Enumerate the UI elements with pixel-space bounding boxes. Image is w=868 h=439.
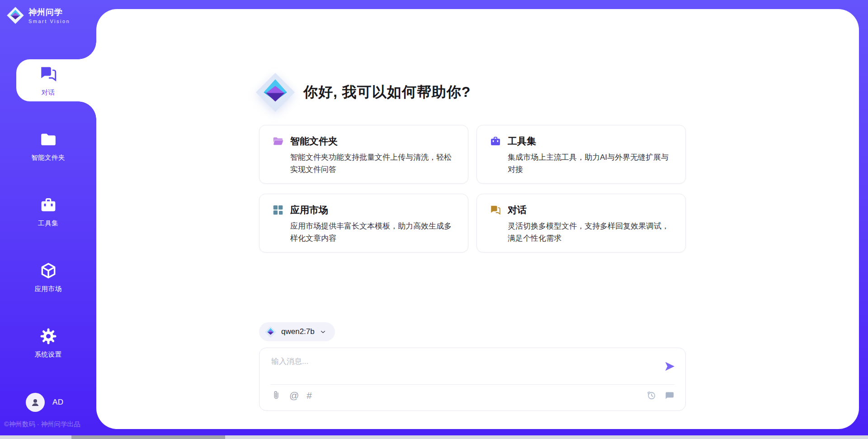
folder-icon: [39, 130, 57, 148]
sidebar-item-label: 应用市场: [35, 285, 62, 293]
avatar: [26, 393, 45, 412]
sidebar-item-label: 对话: [42, 88, 55, 97]
person-icon: [29, 396, 41, 408]
toolbox-icon: [39, 196, 57, 214]
attachment-icon[interactable]: [271, 390, 282, 401]
brand-subtitle: Smart Vision: [28, 19, 70, 24]
card-title: 应用市场: [290, 204, 328, 216]
toolbox-icon: [490, 135, 501, 147]
model-name: qwen2:7b: [281, 327, 315, 336]
card-title: 工具集: [508, 135, 536, 148]
cube-icon: [39, 262, 57, 280]
message-composer: @ #: [259, 348, 686, 411]
composer-tools-right: [646, 390, 675, 401]
card-description: 灵活切换多模型文件，支持多样回复效果调试，满足个性化需求: [490, 220, 673, 245]
composer-divider: [270, 384, 675, 385]
topic-hash-icon[interactable]: #: [307, 390, 312, 401]
brand-name: 神州问学: [28, 7, 70, 18]
sidebar-item-app-market[interactable]: 应用市场: [0, 244, 96, 310]
sidebar-item-label: 智能文件夹: [31, 153, 65, 162]
horizontal-scrollbar[interactable]: [0, 435, 868, 439]
chat-icon: [490, 204, 501, 216]
send-icon: [664, 360, 676, 372]
brand-diamond-icon: [264, 326, 277, 338]
card-title: 对话: [508, 204, 527, 216]
sidebar-nav: 对话 智能文件夹 工具集: [0, 48, 96, 376]
model-selector[interactable]: qwen2:7b: [259, 322, 335, 341]
user-initials: AD: [52, 398, 64, 407]
sidebar-item-toolset[interactable]: 工具集: [0, 179, 96, 244]
card-smart-folder[interactable]: 智能文件夹 智能文件夹功能支持批量文件上传与清洗，轻松实现文件问答: [259, 125, 468, 184]
send-button[interactable]: [664, 360, 676, 372]
composer-tools-left: @ #: [271, 390, 312, 401]
welcome-header: 你好, 我可以如何帮助你?: [255, 72, 471, 113]
sidebar-item-settings[interactable]: 系统设置: [0, 310, 96, 376]
brand-diamond-icon: [255, 72, 296, 113]
app-window: 神州问学 Smart Vision 对话 智能文件夹: [0, 0, 868, 439]
greeting-text: 你好, 我可以如何帮助你?: [303, 82, 471, 102]
active-tab-curve-top: [78, 41, 96, 59]
chevron-down-icon: [319, 328, 327, 336]
mention-icon[interactable]: @: [289, 390, 299, 401]
sidebar-item-label: 系统设置: [35, 350, 62, 359]
history-icon[interactable]: [646, 390, 657, 401]
sidebar-item-chat[interactable]: 对话: [0, 48, 96, 113]
conversations-icon[interactable]: [664, 390, 675, 401]
folder-icon: [272, 135, 284, 147]
sidebar-item-label: 工具集: [38, 219, 58, 228]
card-chat[interactable]: 对话 灵活切换多模型文件，支持多样回复效果调试，满足个性化需求: [476, 194, 686, 253]
grid-icon: [272, 204, 284, 216]
main-content: 你好, 我可以如何帮助你? 智能文件夹 智能文件夹功能支持批量文件上传与清洗，轻…: [259, 9, 686, 429]
card-app-market[interactable]: 应用市场 应用市场提供丰富长文本模板，助力高效生成多样化文章内容: [259, 194, 468, 253]
copyright-text: ©神州数码 · 神州问学出品: [4, 420, 95, 429]
card-description: 智能文件夹功能支持批量文件上传与清洗，轻松实现文件问答: [272, 152, 455, 176]
brand-diamond-icon: [6, 6, 24, 24]
card-description: 应用市场提供丰富长文本模板，助力高效生成多样化文章内容: [272, 220, 455, 245]
card-description: 集成市场上主流工具，助力AI与外界无缝扩展与对接: [490, 152, 673, 176]
user-account[interactable]: AD: [26, 393, 64, 412]
chat-icon: [39, 64, 58, 83]
card-title: 智能文件夹: [290, 135, 338, 148]
scrollbar-thumb[interactable]: [71, 435, 225, 439]
main-panel: 你好, 我可以如何帮助你? 智能文件夹 智能文件夹功能支持批量文件上传与清洗，轻…: [96, 9, 859, 429]
gear-icon: [39, 327, 57, 345]
message-input[interactable]: [271, 356, 646, 382]
sidebar: 神州问学 Smart Vision 对话 智能文件夹: [0, 0, 96, 435]
brand-logo: 神州问学 Smart Vision: [6, 6, 70, 24]
card-toolset[interactable]: 工具集 集成市场上主流工具，助力AI与外界无缝扩展与对接: [476, 125, 686, 184]
feature-cards: 智能文件夹 智能文件夹功能支持批量文件上传与清洗，轻松实现文件问答 工具集 集成…: [259, 125, 686, 253]
sidebar-item-smart-folder[interactable]: 智能文件夹: [0, 113, 96, 179]
